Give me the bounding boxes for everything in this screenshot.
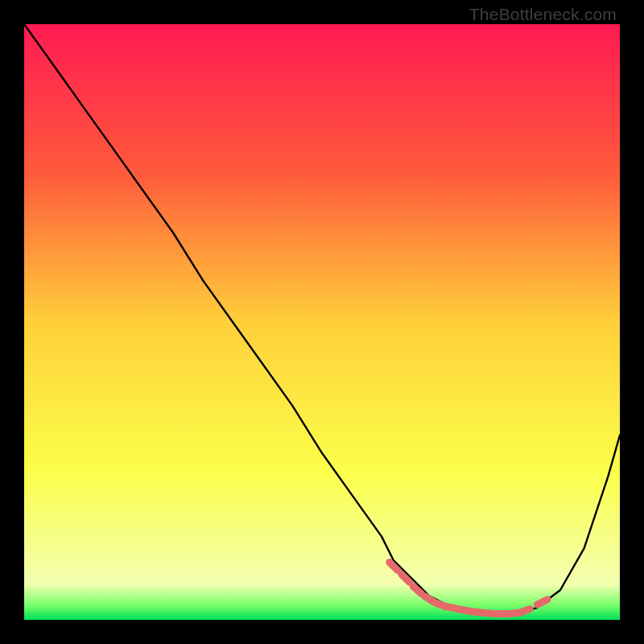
- marker-dash: [519, 609, 530, 613]
- chart-svg: [24, 24, 620, 620]
- chart-frame: [24, 24, 620, 620]
- marker-dash: [538, 600, 548, 605]
- watermark-text: TheBottleneck.com: [469, 5, 617, 24]
- marker-dash: [424, 596, 434, 601]
- gradient-background: [24, 24, 620, 620]
